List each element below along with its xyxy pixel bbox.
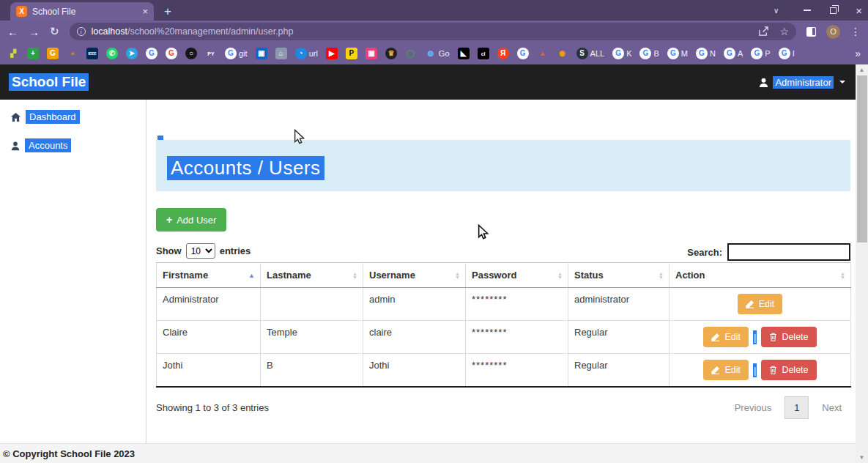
google-icon-2[interactable]: G — [166, 48, 177, 59]
bank-icon[interactable]: ⌂ — [275, 48, 287, 59]
google-k-icon[interactable]: GK — [612, 48, 631, 59]
app-footer: © Copyright School File 2023 — [0, 443, 856, 463]
google-b-icon[interactable]: GB — [639, 48, 659, 59]
column-header-status[interactable]: Status▲▼ — [568, 263, 669, 288]
tab-search-chevron-icon[interactable]: ∨ — [774, 7, 779, 15]
delete-button[interactable]: Delete — [761, 360, 816, 380]
bar-chart-icon[interactable]: ılı — [67, 48, 78, 59]
column-header-username[interactable]: Username▲▼ — [363, 263, 466, 288]
sort-icon: ▲▼ — [659, 272, 664, 279]
google-git-icon[interactable]: Ggit — [225, 48, 248, 59]
browser-menu-icon[interactable]: ⋮ — [850, 26, 861, 37]
google-p-icon[interactable]: GP — [751, 48, 770, 59]
hat-icon[interactable]: ♛ — [385, 48, 397, 59]
column-header-lastname[interactable]: Lastname▲▼ — [261, 263, 363, 288]
search-input[interactable] — [727, 243, 850, 261]
url-icon[interactable]: ◔url — [295, 48, 318, 59]
matlab-icon[interactable]: ▲ — [537, 48, 549, 59]
sidebar-item-accounts[interactable]: Accounts — [10, 138, 146, 152]
user-icon — [758, 77, 769, 88]
youtube-icon[interactable]: ▶ — [326, 48, 338, 59]
users-table: Firstname▲ Lastname▲▼ Username▲▼ Passwor… — [156, 262, 851, 388]
google-icon-3[interactable]: G — [517, 48, 529, 59]
caret-down-icon — [839, 81, 845, 84]
trash-icon — [769, 366, 777, 374]
profile-avatar[interactable]: O — [826, 25, 840, 39]
address-bar[interactable]: i localhost/school%20management/admin/us… — [70, 23, 796, 40]
ieee-icon[interactable]: IEEE — [86, 48, 98, 59]
plus-icon: + — [166, 214, 172, 226]
bookmarks-bar: ▞ + G ılı IEEE ✆ ➤ G G ○ PY Ggit ▣ ⌂ ◔ur… — [0, 42, 868, 64]
page-title: Accounts / Users — [167, 156, 324, 180]
page-content: School File Administrator Dashboard Acco… — [0, 64, 868, 463]
flag-icon[interactable]: ▣ — [256, 48, 267, 59]
delete-button[interactable]: Delete — [761, 327, 816, 347]
go-icon[interactable]: ◍Go — [425, 48, 450, 59]
reload-button[interactable]: ↻ — [50, 25, 59, 38]
office-icon[interactable]: G — [47, 48, 59, 59]
google-m-icon[interactable]: GM — [667, 48, 688, 59]
search-label: Search: — [687, 247, 722, 258]
s-all-icon[interactable]: SALL — [576, 48, 605, 59]
camera-icon[interactable]: ▣ — [366, 48, 377, 59]
sheets-icon[interactable]: + — [27, 48, 39, 59]
page-size-select[interactable]: 10 — [186, 243, 215, 259]
app-brand: School File — [9, 73, 89, 91]
p-icon[interactable]: P — [346, 48, 357, 59]
tab-close-icon[interactable]: × — [142, 6, 148, 17]
table-header-row: Firstname▲ Lastname▲▼ Username▲▼ Passwor… — [157, 263, 851, 288]
penguin-icon[interactable]: ◣ — [458, 48, 470, 59]
person-icon — [10, 141, 21, 151]
whatsapp-icon[interactable]: ✆ — [106, 48, 118, 59]
pagination-next[interactable]: Next — [813, 396, 850, 419]
telegram-icon[interactable]: ➤ — [126, 48, 138, 59]
back-button[interactable]: ← — [7, 26, 18, 38]
forward-button[interactable]: → — [29, 26, 40, 38]
user-menu[interactable]: Administrator — [758, 76, 845, 89]
google-i-icon[interactable]: GI — [779, 48, 795, 59]
home-icon — [10, 112, 21, 122]
sidebar: Dashboard Accounts — [0, 100, 146, 443]
pagination: Previous 1 Next — [726, 396, 850, 419]
share-icon[interactable] — [758, 26, 769, 37]
scroll-down-icon[interactable]: ▼ — [856, 452, 868, 463]
sidebar-item-dashboard[interactable]: Dashboard — [10, 110, 146, 124]
sort-icon: ▲▼ — [557, 272, 563, 279]
eye-icon[interactable]: ◉ — [557, 48, 568, 59]
new-tab-button[interactable]: + — [164, 2, 171, 21]
column-header-firstname[interactable]: Firstname▲ — [157, 263, 261, 288]
trash-icon — [769, 333, 777, 341]
google-a-icon[interactable]: GA — [724, 48, 743, 59]
add-user-button[interactable]: + Add User — [156, 208, 226, 232]
github-icon[interactable]: ○ — [185, 48, 197, 59]
cl-icon[interactable]: cl — [478, 48, 489, 59]
column-header-password[interactable]: Password▲▼ — [466, 263, 568, 288]
python-icon[interactable]: PY — [205, 48, 217, 59]
google-icon[interactable]: G — [146, 48, 157, 59]
edit-button[interactable]: Edit — [738, 294, 783, 314]
bookmarks-overflow-chevron[interactable]: » — [855, 48, 861, 59]
table-controls: Show 10 entries Search: — [156, 243, 850, 262]
scroll-up-icon[interactable]: ▲ — [856, 64, 868, 75]
bookmark-star-icon[interactable]: ☆ — [779, 26, 789, 37]
restore-button[interactable] — [830, 7, 837, 14]
main-content: Accounts / Users + Add User Show 10 entr… — [156, 100, 850, 443]
browser-tab[interactable]: X School File × — [10, 2, 154, 21]
edit-button[interactable]: Edit — [703, 360, 749, 380]
pagination-page-1[interactable]: 1 — [784, 396, 809, 419]
edit-button[interactable]: Edit — [703, 327, 749, 347]
xampp-favicon: X — [16, 6, 27, 17]
url-text: localhost/school%20management/admin/user… — [92, 26, 753, 37]
pagination-previous[interactable]: Previous — [726, 396, 781, 419]
google-n-icon[interactable]: GN — [696, 48, 716, 59]
yandex-icon[interactable]: Я — [497, 48, 509, 59]
column-header-action[interactable]: Action▲▼ — [669, 263, 851, 288]
site-info-icon[interactable]: i — [77, 27, 86, 36]
scrollbar-thumb[interactable] — [857, 75, 867, 242]
window-close-button[interactable]: × — [856, 4, 862, 17]
minimize-button[interactable] — [804, 10, 811, 11]
analytics-icon[interactable]: ▞ — [7, 48, 19, 59]
page-scrollbar[interactable]: ▲ ▼ — [856, 64, 868, 463]
side-panel-icon[interactable] — [806, 27, 816, 37]
ring-icon[interactable]: ◯ — [405, 48, 417, 59]
